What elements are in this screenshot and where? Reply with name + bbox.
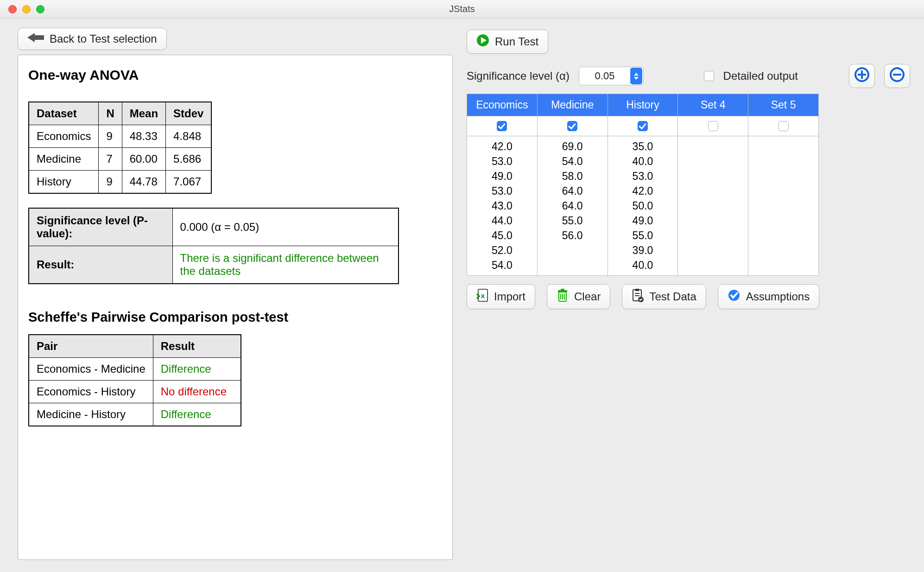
column-header[interactable]: Economics <box>467 94 537 116</box>
significance-label: Significance level (α) <box>467 70 570 83</box>
run-test-button[interactable]: Run Test <box>467 30 548 54</box>
detailed-output-label: Detailed output <box>723 70 798 83</box>
column-header[interactable]: Medicine <box>538 94 608 116</box>
anova-col-dataset: Dataset <box>29 102 99 125</box>
column-header[interactable]: Set 4 <box>678 94 748 116</box>
svg-text:x: x <box>481 292 485 299</box>
test-data-button[interactable]: Test Data <box>622 284 706 309</box>
column-data[interactable] <box>678 136 748 276</box>
data-column: History 35.040.053.042.050.049.055.039.0… <box>608 94 678 276</box>
result-label: Result: <box>29 246 172 284</box>
excel-import-icon: x <box>476 288 488 305</box>
table-row: History 9 44.78 7.067 <box>29 171 211 194</box>
back-button[interactable]: Back to Test selection <box>18 28 167 50</box>
add-column-button[interactable] <box>849 64 875 88</box>
right-pane: Run Test Significance level (α) 0.05 Det… <box>462 19 924 572</box>
run-test-label: Run Test <box>495 35 538 48</box>
svg-rect-14 <box>558 290 567 292</box>
clear-button[interactable]: Clear <box>547 284 610 309</box>
svg-rect-7 <box>893 74 901 76</box>
table-row: Economics - Medicine Difference <box>29 358 241 381</box>
result-text: There is a significant difference betwee… <box>172 246 399 284</box>
column-header[interactable]: Set 5 <box>748 94 818 116</box>
assumptions-button[interactable]: Assumptions <box>718 284 819 309</box>
window-title: JStats <box>0 4 924 14</box>
column-data[interactable] <box>748 136 818 276</box>
column-include-checkbox[interactable] <box>708 121 718 131</box>
anova-summary-table: Dataset N Mean Stdev Economics 9 48.33 4… <box>28 102 212 194</box>
remove-column-button[interactable] <box>884 64 910 88</box>
svg-marker-0 <box>27 33 44 42</box>
data-table: Economics 42.053.049.053.043.044.045.052… <box>467 94 819 276</box>
data-column: Set 5 <box>748 94 818 276</box>
trash-icon <box>557 288 569 305</box>
pvalue-label: Significance level (P-value): <box>29 208 172 246</box>
table-row: Economics 9 48.33 4.848 <box>29 125 211 148</box>
pvalue-value: 0.000 (α = 0.05) <box>172 208 399 246</box>
detailed-output-checkbox[interactable] <box>704 71 714 81</box>
minus-icon <box>890 67 905 85</box>
back-button-label: Back to Test selection <box>50 32 157 45</box>
column-data[interactable]: 69.054.058.064.064.055.056.0 <box>538 136 608 276</box>
results-panel: One-way ANOVA Dataset N Mean Stdev Econo… <box>18 55 453 560</box>
anova-col-n: N <box>99 102 122 125</box>
scheffe-table: Pair Result Economics - Medicine Differe… <box>28 334 241 426</box>
significance-select[interactable]: 0.05 <box>579 67 644 85</box>
back-arrow-icon <box>27 32 44 46</box>
column-include-checkbox[interactable] <box>638 121 648 131</box>
data-column: Medicine 69.054.058.064.064.055.056.0 <box>537 94 608 276</box>
svg-rect-17 <box>635 289 639 291</box>
data-column: Economics 42.053.049.053.043.044.045.052… <box>467 94 537 276</box>
column-include-checkbox[interactable] <box>778 121 789 131</box>
column-include-checkbox[interactable] <box>497 121 507 131</box>
data-column: Set 4 <box>677 94 748 276</box>
anova-result-table: Significance level (P-value): 0.000 (α =… <box>28 208 399 284</box>
table-row: Medicine - History Difference <box>29 403 241 426</box>
column-data[interactable]: 35.040.053.042.050.049.055.039.040.0 <box>608 136 678 276</box>
table-row: Economics - History No difference <box>29 381 241 403</box>
column-include-checkbox[interactable] <box>567 121 577 131</box>
significance-value: 0.05 <box>579 70 630 82</box>
anova-heading: One-way ANOVA <box>28 67 442 83</box>
svg-rect-5 <box>858 74 866 76</box>
titlebar: JStats <box>0 0 924 19</box>
clipboard-check-icon <box>632 288 644 305</box>
play-icon <box>476 34 489 50</box>
svg-rect-15 <box>561 289 564 290</box>
column-header[interactable]: History <box>608 94 678 116</box>
check-circle-icon <box>728 289 740 305</box>
column-data[interactable]: 42.053.049.053.043.044.045.052.054.0 <box>467 136 537 276</box>
plus-icon <box>854 67 869 85</box>
table-row: Medicine 7 60.00 5.686 <box>29 148 211 171</box>
left-pane: Back to Test selection One-way ANOVA Dat… <box>0 19 462 572</box>
scheffe-heading: Scheffe's Pairwise Comparison post-test <box>28 310 442 325</box>
anova-col-stdev: Stdev <box>166 102 212 125</box>
dropdown-arrows-icon <box>630 68 642 84</box>
anova-col-mean: Mean <box>122 102 165 125</box>
import-button[interactable]: x Import <box>467 284 535 309</box>
